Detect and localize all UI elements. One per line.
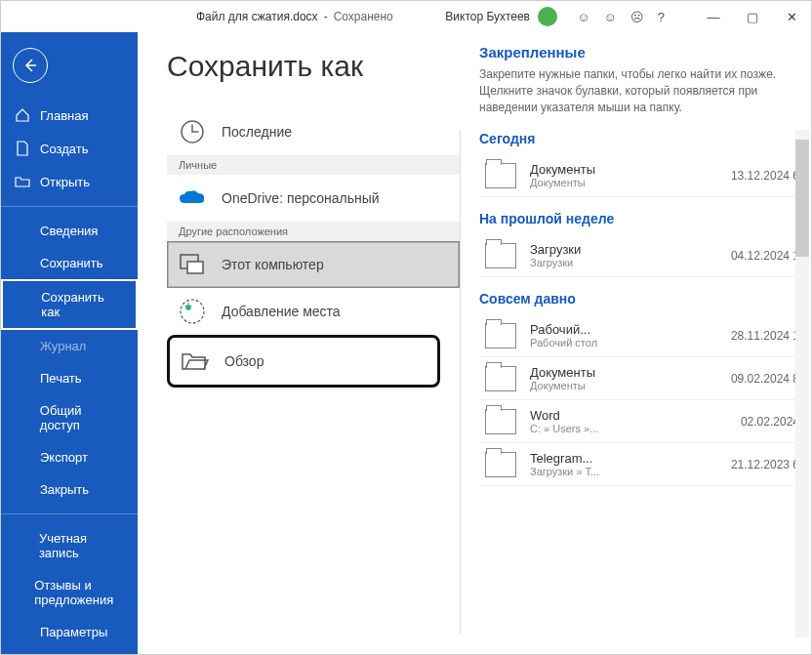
folder-name: Документы bbox=[530, 365, 717, 380]
time-group-heading: Совсем давно bbox=[479, 291, 805, 307]
backstage-body: Главная Создать Открыть Сведения Сохрани… bbox=[1, 32, 811, 654]
user-block[interactable]: Виктор Бухтеев bbox=[445, 7, 557, 26]
scrollbar[interactable] bbox=[795, 130, 809, 637]
thispc-label: Этот компьютер bbox=[222, 257, 324, 272]
nav-home-label: Главная bbox=[40, 108, 88, 123]
home-icon bbox=[15, 107, 30, 123]
nav-save-label: Сохранить bbox=[40, 256, 103, 270]
user-avatar-icon bbox=[538, 7, 557, 26]
folder-name: Загрузки bbox=[530, 242, 717, 257]
nav-close-label: Закрыть bbox=[40, 482, 89, 497]
minimize-button[interactable]: — bbox=[694, 1, 733, 32]
folder-row[interactable]: ЗагрузкиЗагрузки04.12.2024 1 bbox=[479, 234, 805, 277]
document-title: Файл для сжатия.docx - Сохранено bbox=[196, 10, 393, 23]
folder-name: Telegram... bbox=[530, 451, 717, 466]
nav-saveas[interactable]: Сохранить как bbox=[1, 279, 138, 330]
location-onedrive[interactable]: OneDrive: персональный bbox=[167, 175, 460, 222]
help-icon[interactable]: ? bbox=[658, 10, 665, 24]
time-group-heading: Сегодня bbox=[479, 131, 805, 146]
folder-row[interactable]: Telegram...Загрузки » T...21.12.2023 6 bbox=[479, 443, 805, 486]
clock-icon bbox=[179, 118, 206, 145]
location-recent-label: Последние bbox=[222, 124, 292, 140]
nav-export-label: Экспорт bbox=[40, 450, 88, 465]
location-recent[interactable]: Последние bbox=[167, 108, 460, 155]
locations-column: Сохранить как Последние Личные OneDrive:… bbox=[138, 32, 460, 654]
window-controls: — ▢ ✕ bbox=[694, 1, 811, 32]
folder-name: Рабочий... bbox=[530, 322, 717, 337]
folder-icon bbox=[485, 243, 516, 268]
location-thispc[interactable]: Этот компьютер bbox=[167, 241, 460, 288]
user-name: Виктор Бухтеев bbox=[445, 10, 530, 23]
nav-account[interactable]: Учетная запись bbox=[1, 522, 138, 569]
folder-icon bbox=[485, 409, 516, 434]
nav-options[interactable]: Параметры bbox=[1, 616, 138, 648]
nav-open[interactable]: Открыть bbox=[1, 165, 138, 198]
nav-export[interactable]: Экспорт bbox=[1, 441, 138, 473]
pinned-heading: Закрепленные bbox=[479, 44, 805, 61]
browse-folder-icon bbox=[182, 348, 209, 375]
browse-label: Обзор bbox=[224, 353, 264, 369]
word-backstage-window: Файл для сжатия.docx - Сохранено Виктор … bbox=[0, 0, 812, 655]
nav-history-label: Журнал bbox=[40, 339, 86, 353]
computer-icon bbox=[179, 251, 206, 278]
folder-name: Документы bbox=[530, 162, 717, 177]
content-area: Сохранить как Последние Личные OneDrive:… bbox=[138, 32, 811, 654]
title-separator: - bbox=[324, 10, 328, 23]
nav-print-label: Печать bbox=[40, 371, 82, 386]
location-browse[interactable]: Обзор bbox=[167, 335, 440, 388]
folder-row[interactable]: ДокументыДокументы09.02.2024 8 bbox=[479, 357, 805, 400]
nav-share[interactable]: Общий доступ bbox=[1, 394, 138, 441]
folder-open-icon bbox=[15, 174, 30, 189]
sidebar: Главная Создать Открыть Сведения Сохрани… bbox=[1, 32, 138, 654]
filename: Файл для сжатия.docx bbox=[196, 10, 318, 23]
folder-icon bbox=[485, 323, 516, 348]
addplace-label: Добавление места bbox=[222, 304, 341, 319]
folder-name: Word bbox=[530, 408, 727, 423]
nav-save[interactable]: Сохранить bbox=[1, 247, 138, 279]
nav-close[interactable]: Закрыть bbox=[1, 473, 138, 506]
folder-date: 13.12.2024 6 bbox=[731, 169, 799, 183]
close-button[interactable]: ✕ bbox=[772, 1, 811, 32]
group-personal: Личные bbox=[167, 155, 460, 175]
folder-path: Загрузки » T... bbox=[530, 466, 717, 477]
folder-path: Документы bbox=[530, 380, 717, 391]
nav-options-label: Параметры bbox=[40, 625, 107, 639]
onedrive-label: OneDrive: персональный bbox=[222, 190, 380, 206]
nav-print[interactable]: Печать bbox=[1, 362, 138, 394]
titlebar: Файл для сжатия.docx - Сохранено Виктор … bbox=[1, 1, 811, 32]
group-other: Другие расположения bbox=[167, 222, 460, 241]
nav-home[interactable]: Главная bbox=[1, 99, 138, 132]
feedback-icons: ☺ ☺ ☹ ? bbox=[577, 10, 665, 24]
folder-row[interactable]: ДокументыДокументы13.12.2024 6 bbox=[479, 154, 805, 197]
add-place-icon: + bbox=[179, 298, 206, 325]
folder-date: 21.12.2023 6 bbox=[731, 458, 799, 471]
folder-date: 04.12.2024 1 bbox=[731, 249, 799, 263]
nav-separator bbox=[1, 206, 138, 207]
scrollbar-thumb[interactable] bbox=[795, 140, 809, 257]
folder-date: 09.02.2024 8 bbox=[731, 372, 799, 386]
nav-saveas-label: Сохранить как bbox=[41, 290, 122, 319]
arrow-left-icon bbox=[22, 58, 38, 73]
folder-date: 02.02.2024 bbox=[741, 415, 799, 429]
page-title: Сохранить как bbox=[167, 50, 460, 83]
folder-icon bbox=[485, 366, 516, 391]
folder-path: Загрузки bbox=[530, 257, 717, 268]
folder-row[interactable]: WordC: » Users »...02.02.2024 bbox=[479, 400, 805, 443]
maximize-button[interactable]: ▢ bbox=[733, 1, 772, 32]
nav-account-label: Учетная запись bbox=[39, 531, 124, 560]
nav-separator-2 bbox=[1, 513, 138, 514]
nav-new[interactable]: Создать bbox=[1, 132, 138, 165]
folders-column: Закрепленные Закрепите нужные папки, что… bbox=[460, 32, 811, 654]
folder-row[interactable]: Рабочий...Рабочий стол28.11.2024 1 bbox=[479, 314, 805, 357]
face-sad-icon[interactable]: ☹ bbox=[630, 10, 644, 24]
time-group-heading: На прошлой неделе bbox=[479, 211, 805, 226]
location-addplace[interactable]: + Добавление места bbox=[167, 288, 460, 335]
nav-info[interactable]: Сведения bbox=[1, 215, 138, 247]
face-neutral-icon[interactable]: ☺ bbox=[603, 10, 616, 24]
page-icon bbox=[15, 141, 30, 156]
back-button[interactable] bbox=[13, 48, 48, 83]
face-smile-icon[interactable]: ☺ bbox=[577, 10, 589, 24]
svg-text:+: + bbox=[184, 299, 192, 313]
nav-feedback[interactable]: Отзывы и предложения bbox=[1, 569, 138, 616]
pinned-description: Закрепите нужные папки, чтобы легко найт… bbox=[479, 66, 805, 115]
